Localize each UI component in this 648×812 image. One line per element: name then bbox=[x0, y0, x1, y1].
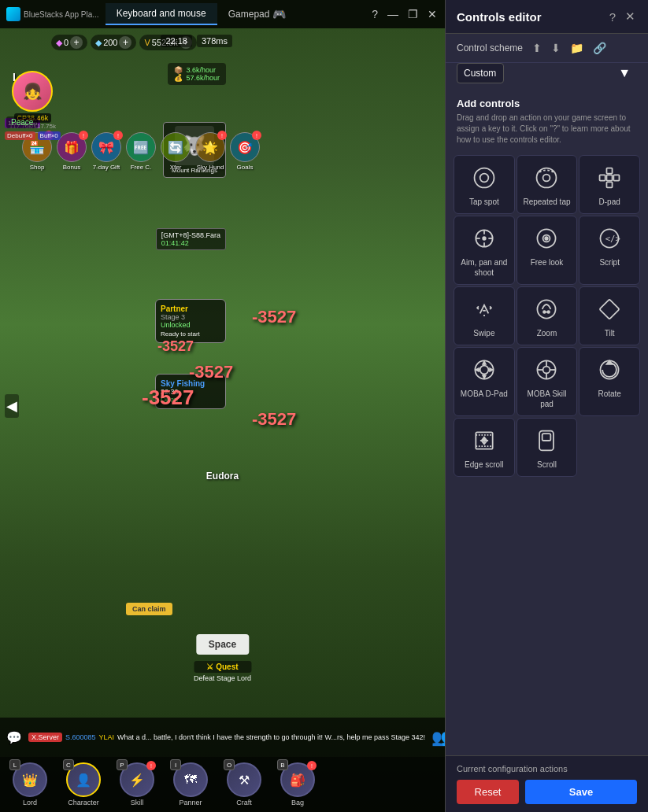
help-button[interactable]: ? bbox=[608, 9, 617, 25]
goals-item[interactable]: 🎯! Goals bbox=[230, 132, 260, 171]
save-button[interactable]: Save bbox=[525, 780, 637, 804]
tilt-icon bbox=[595, 295, 624, 323]
svg-point-17 bbox=[546, 237, 549, 240]
control-script[interactable]: </> Script bbox=[579, 216, 640, 285]
svg-point-1 bbox=[480, 174, 488, 183]
task-skill[interactable]: P ⚡ ! Skill bbox=[112, 762, 162, 806]
bottom-buttons: Reset Save bbox=[457, 780, 637, 804]
stat2-value: 57.6k/hour bbox=[186, 74, 220, 82]
rotate-icon bbox=[595, 356, 624, 384]
free-look-icon bbox=[532, 224, 561, 253]
coins-value: 200 bbox=[103, 38, 117, 47]
space-key-button[interactable]: Space bbox=[196, 634, 249, 655]
upload-scheme-button[interactable]: ⬆ bbox=[529, 40, 545, 56]
control-repeated-tap[interactable]: Repeated tap bbox=[517, 155, 578, 214]
svg-marker-31 bbox=[483, 375, 486, 378]
quest-desc: Defeat Stage Lord bbox=[194, 674, 251, 682]
panel-header: Controls editor ? ✕ bbox=[446, 0, 648, 34]
tab-gamepad[interactable]: Gamepad 🎮 bbox=[217, 3, 298, 25]
tab-bar: BlueStacks App Pla... Keyboard and mouse… bbox=[0, 0, 445, 28]
xfer-item[interactable]: 🔄 Xfer bbox=[161, 132, 191, 171]
question-icon[interactable]: ? bbox=[370, 6, 380, 22]
script-label: Script bbox=[599, 257, 620, 268]
add-controls-title: Add controls bbox=[457, 98, 637, 109]
tilt-label: Tilt bbox=[605, 328, 615, 338]
tap-spot-icon bbox=[470, 164, 498, 192]
skyhund-item[interactable]: 🌟! Sky Hund bbox=[195, 132, 225, 171]
tab-keyboard-mouse[interactable]: Keyboard and mouse bbox=[106, 3, 217, 25]
ping-display: 378ms bbox=[197, 35, 232, 47]
task-bag[interactable]: B 🎒 ! Bag bbox=[272, 762, 323, 806]
control-scroll[interactable]: Scroll bbox=[517, 418, 578, 477]
svg-point-3 bbox=[543, 175, 550, 182]
edge-scroll-icon bbox=[470, 426, 498, 455]
zoom-label: Zoom bbox=[537, 328, 557, 338]
game-taskbar: L 👑 Lord C 👤 Character P ⚡ ! Skill I 🗺 bbox=[0, 757, 445, 812]
control-moba-dpad[interactable]: MOBA D-Pad bbox=[454, 347, 515, 416]
svg-text:</>: </> bbox=[605, 234, 620, 244]
d-pad-label: D-pad bbox=[599, 197, 620, 207]
control-tap-spot[interactable]: Tap spot bbox=[454, 155, 515, 214]
claim-button[interactable]: Can claim bbox=[126, 603, 172, 615]
side-arrow[interactable]: ◀ bbox=[5, 394, 19, 418]
control-free-look[interactable]: Free look bbox=[517, 216, 578, 285]
damage-4: -3527 bbox=[142, 386, 194, 410]
scheme-label: Control scheme bbox=[457, 42, 523, 54]
reset-button[interactable]: Reset bbox=[457, 780, 519, 804]
peace-status: Peace bbox=[6, 116, 38, 128]
control-zoom[interactable]: Zoom bbox=[517, 286, 578, 345]
svg-point-22 bbox=[548, 311, 550, 313]
close-panel-button[interactable]: ✕ bbox=[624, 8, 637, 25]
close-window-icon[interactable]: ✕ bbox=[426, 6, 439, 22]
panel-title: Controls editor bbox=[457, 10, 542, 24]
avatar[interactable]: 👧 bbox=[12, 71, 53, 112]
svg-rect-49 bbox=[542, 434, 551, 441]
svg-point-35 bbox=[543, 367, 550, 374]
skill-icon: P ⚡ ! bbox=[120, 762, 154, 797]
stats-panel: 📦3.6k/hour 💰57.6k/hour bbox=[168, 63, 226, 85]
gamepad-icon: 🎮 bbox=[272, 8, 286, 20]
task-craft[interactable]: O ⚒ Craft bbox=[219, 762, 269, 806]
folder-scheme-button[interactable]: 📁 bbox=[567, 40, 587, 56]
control-moba-skill-pad[interactable]: MOBA Skill pad bbox=[517, 347, 578, 416]
control-rotate[interactable]: Rotate bbox=[579, 347, 640, 416]
chat-id: S.600085 bbox=[65, 733, 96, 741]
social-icon[interactable]: 👥 bbox=[431, 728, 445, 747]
task-panner[interactable]: I 🗺 Panner bbox=[165, 762, 216, 806]
control-swipe[interactable]: Swipe bbox=[454, 286, 515, 345]
share-scheme-button[interactable]: 🔗 bbox=[590, 40, 609, 56]
svg-point-0 bbox=[474, 168, 494, 188]
svg-rect-8 bbox=[607, 175, 613, 180]
partner-box[interactable]: Partner Stage 3 Unlocked Ready to start bbox=[155, 299, 226, 343]
tap-spot-label: Tap spot bbox=[469, 197, 499, 207]
bottom-actions: Current configuration actions Reset Save bbox=[446, 755, 648, 812]
task-lord[interactable]: L 👑 Lord bbox=[5, 762, 55, 806]
bonus-item[interactable]: 🎁! Bonus bbox=[57, 132, 87, 171]
svg-marker-33 bbox=[490, 368, 493, 371]
svg-marker-30 bbox=[483, 361, 486, 364]
aim-pan-shoot-icon bbox=[470, 224, 498, 253]
repeated-tap-label: Repeated tap bbox=[523, 197, 570, 207]
chevron-down-icon: ▼ bbox=[618, 66, 631, 80]
bag-icon: B 🎒 ! bbox=[280, 762, 315, 797]
scheme-dropdown[interactable]: Custom bbox=[457, 63, 504, 83]
gmt-text: [GMT+8]-S88.Fara bbox=[161, 231, 220, 239]
moba-skill-pad-icon bbox=[532, 356, 561, 384]
controls-panel: Controls editor ? ✕ Control scheme ⬆ ⬇ 📁… bbox=[445, 0, 648, 812]
control-d-pad[interactable]: D-pad bbox=[579, 155, 640, 214]
task-character[interactable]: C 👤 Character bbox=[58, 762, 109, 806]
control-tilt[interactable]: Tilt bbox=[579, 286, 640, 345]
control-edge-scroll[interactable]: Edge scroll bbox=[454, 418, 515, 477]
add-coins-button[interactable]: + bbox=[119, 36, 131, 49]
scheme-select-row: Custom ▼ bbox=[446, 63, 648, 90]
download-scheme-button[interactable]: ⬇ bbox=[548, 40, 564, 56]
restore-icon[interactable]: ❐ bbox=[406, 6, 420, 22]
moba-dpad-label: MOBA D-Pad bbox=[461, 389, 508, 399]
add-diamonds-button[interactable]: + bbox=[70, 36, 83, 49]
control-aim-pan-shoot[interactable]: Aim, pan and shoot bbox=[454, 216, 515, 285]
gift-item[interactable]: 🎀! 7-day Gift bbox=[91, 132, 121, 171]
svg-point-2 bbox=[537, 168, 557, 188]
free-item[interactable]: 🆓 Free C. bbox=[126, 132, 156, 171]
minimize-icon[interactable]: — bbox=[386, 6, 400, 22]
svg-point-25 bbox=[480, 366, 488, 375]
